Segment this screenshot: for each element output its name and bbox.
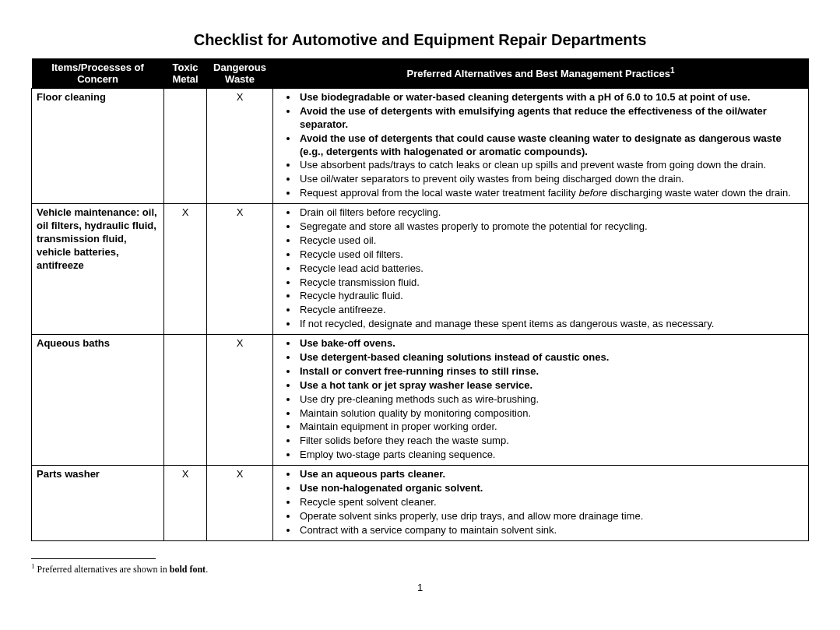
- cell-item: Aqueous baths: [32, 335, 164, 466]
- bullet-item: Use dry pre-cleaning methods such as wir…: [298, 393, 805, 407]
- cell-dangerous: X: [207, 204, 273, 335]
- cell-toxic: [164, 89, 207, 204]
- cell-preferred: Use bake-off ovens.Use detergent-based c…: [273, 335, 809, 466]
- bullet-list: Use an aqueous parts cleaner.Use non-hal…: [276, 468, 805, 537]
- footnote-bold: bold font: [170, 564, 206, 575]
- bullet-item: Maintain equipment in proper working ord…: [298, 421, 805, 434]
- cell-item: Parts washer: [32, 466, 164, 540]
- cell-toxic: X: [164, 466, 207, 540]
- bullet-item: Use biodegradable or water-based cleanin…: [298, 91, 805, 104]
- bullet-item: Employ two-stage parts cleaning sequence…: [298, 449, 805, 462]
- header-toxic: Toxic Metal: [164, 58, 207, 89]
- bullet-item: Recycle antifreeze.: [298, 304, 805, 317]
- header-items: Items/Processes of Concern: [32, 58, 164, 89]
- bullet-item: Segregate and store all wastes properly …: [298, 220, 805, 234]
- table-row: Aqueous bathsXUse bake-off ovens.Use det…: [32, 335, 809, 466]
- checklist-table: Items/Processes of Concern Toxic Metal D…: [31, 58, 809, 541]
- header-preferred-sup: 1: [670, 66, 675, 75]
- cell-item: Vehicle maintenance: oil, oil filters, h…: [32, 204, 164, 335]
- bullet-item: Recycle used oil.: [298, 234, 805, 248]
- cell-preferred: Drain oil filters before recycling.Segre…: [273, 204, 809, 335]
- table-header-row: Items/Processes of Concern Toxic Metal D…: [32, 58, 809, 89]
- cell-toxic: X: [164, 204, 207, 335]
- header-preferred-text: Preferred Alternatives and Best Manageme…: [407, 69, 670, 80]
- bullet-item: Recycle hydraulic fluid.: [298, 290, 805, 303]
- cell-dangerous: X: [207, 335, 273, 466]
- bullet-list: Drain oil filters before recycling.Segre…: [276, 206, 805, 331]
- page-title: Checklist for Automotive and Equipment R…: [31, 31, 809, 49]
- bullet-item: Filter solids before they reach the wast…: [298, 435, 805, 448]
- bullet-item: Use bake-off ovens.: [298, 337, 805, 350]
- bullet-item: Recycle lead acid batteries.: [298, 262, 805, 276]
- bullet-item: Use absorbent pads/trays to catch leaks …: [298, 159, 805, 172]
- footnote-text-before: Preferred alternatives are shown in: [35, 564, 170, 575]
- header-dangerous: Dangerous Waste: [207, 58, 273, 89]
- cell-dangerous: X: [207, 89, 273, 204]
- cell-toxic: [164, 335, 207, 466]
- bullet-item: Use a hot tank or jet spray washer lease…: [298, 379, 805, 392]
- cell-item: Floor cleaning: [32, 89, 164, 204]
- bullet-item: Contract with a service company to maint…: [298, 524, 805, 537]
- bullet-list: Use biodegradable or water-based cleanin…: [276, 91, 805, 200]
- page-number: 1: [31, 582, 809, 593]
- header-preferred: Preferred Alternatives and Best Manageme…: [273, 58, 809, 89]
- bullet-item: Operate solvent sinks properly, use drip…: [298, 510, 805, 523]
- bullet-item: If not recycled, designate and manage th…: [298, 318, 805, 331]
- footnote-rule: [31, 558, 156, 559]
- bullet-item: Use an aqueous parts cleaner.: [298, 468, 805, 481]
- cell-preferred: Use biodegradable or water-based cleanin…: [273, 89, 809, 204]
- bullet-list: Use bake-off ovens.Use detergent-based c…: [276, 337, 805, 462]
- bullet-item: Install or convert free-running rinses t…: [298, 365, 805, 378]
- bullet-item: Use non-halogenated organic solvent.: [298, 482, 805, 495]
- bullet-item: Maintain solution quality by monitoring …: [298, 407, 805, 421]
- bullet-item: Drain oil filters before recycling.: [298, 206, 805, 220]
- bullet-item: Use oil/water separators to prevent oily…: [298, 173, 805, 186]
- bullet-item: Avoid the use of detergents that could c…: [298, 132, 805, 159]
- footnote: 1 Preferred alternatives are shown in bo…: [31, 562, 809, 575]
- bullet-item: Avoid the use of detergents with emulsif…: [298, 105, 805, 132]
- bullet-item: Request approval from the local waste wa…: [298, 187, 805, 200]
- bullet-item: Recycle transmission fluid.: [298, 276, 805, 290]
- table-row: Parts washerXXUse an aqueous parts clean…: [32, 466, 809, 540]
- footnote-text-after: .: [206, 564, 208, 575]
- bullet-item: Use detergent-based cleaning solutions i…: [298, 351, 805, 364]
- table-row: Floor cleaningXUse biodegradable or wate…: [32, 89, 809, 204]
- bullet-item: Recycle used oil filters.: [298, 248, 805, 262]
- cell-preferred: Use an aqueous parts cleaner.Use non-hal…: [273, 466, 809, 540]
- table-row: Vehicle maintenance: oil, oil filters, h…: [32, 204, 809, 335]
- bullet-item: Recycle spent solvent cleaner.: [298, 496, 805, 509]
- cell-dangerous: X: [207, 466, 273, 540]
